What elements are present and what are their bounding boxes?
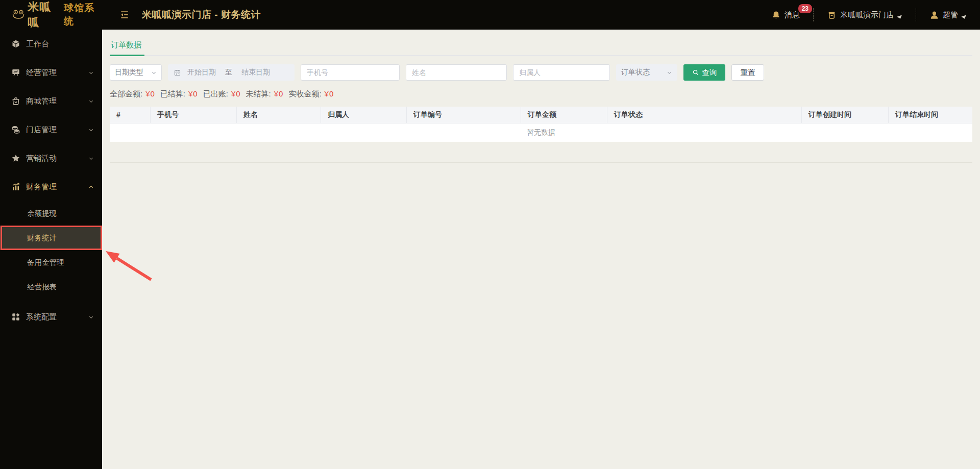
table-header-name: 姓名 [236, 107, 321, 123]
order-status-select[interactable]: 订单状态 [616, 64, 677, 81]
coins-icon [11, 125, 20, 134]
table-header-order-no: 订单编号 [406, 107, 521, 123]
table-header-row: # 手机号 姓名 归属人 订单编号 订单金额 订单状态 订单创建时间 订单结束时… [110, 107, 972, 124]
search-button[interactable]: 查询 [683, 64, 725, 81]
table-header-finished: 订单结束时间 [888, 107, 972, 123]
user-name: 超管 [943, 10, 958, 20]
date-type-select[interactable]: 日期类型 [110, 64, 162, 81]
sidebar-item-workbench[interactable]: 工作台 [0, 34, 102, 54]
caret-down-icon [961, 15, 967, 19]
chevron-down-icon [667, 70, 672, 76]
frog-logo-icon [11, 9, 26, 21]
table-empty-state: 暂无数据 [110, 124, 972, 142]
owner-input[interactable] [513, 64, 610, 81]
chevron-up-icon [88, 184, 94, 190]
topbar-divider [813, 8, 814, 21]
tab-bar: 订单数据 [110, 30, 972, 56]
star-icon [11, 154, 20, 163]
app-grid-icon [11, 312, 20, 322]
sidebar-subitem-petty-cash[interactable]: 备用金管理 [0, 250, 102, 275]
messages-badge: 23 [797, 3, 813, 14]
table-header-owner: 归属人 [321, 107, 406, 123]
workbench-icon [11, 39, 20, 48]
sidebar-item-store[interactable]: 门店管理 [0, 119, 102, 140]
date-to-label: 至 [225, 68, 232, 77]
date-end-placeholder: 结束日期 [241, 68, 270, 77]
shopping-bag-icon [11, 96, 20, 106]
table-header-amount: 订单金额 [521, 107, 607, 123]
summary-settled: 已结算:¥0 [160, 89, 198, 99]
chevron-down-icon [88, 127, 94, 133]
sidebar-subitem-balance-withdraw[interactable]: 余额提现 [0, 201, 102, 226]
brand-logo-text: 米呱呱 [28, 0, 61, 30]
caret-down-icon [897, 15, 902, 19]
date-range-picker[interactable]: 开始日期 至 结束日期 [168, 64, 295, 81]
menu-fold-icon[interactable] [119, 10, 130, 20]
sidebar-item-settings[interactable]: 系统配置 [0, 307, 102, 327]
filter-bar: 日期类型 开始日期 至 结束日期 订单状态 [110, 64, 972, 81]
page-title: 米呱呱演示门店 - 财务统计 [142, 8, 261, 21]
search-icon [692, 69, 699, 76]
summary-billed: 已出账:¥0 [203, 89, 241, 99]
store-name: 米呱呱演示门店 [840, 10, 894, 20]
reset-button[interactable]: 重置 [731, 64, 764, 81]
bar-chart-icon [11, 182, 20, 191]
chevron-down-icon [88, 98, 94, 104]
storefront-icon [827, 10, 837, 20]
tab-order-data[interactable]: 订单数据 [110, 40, 144, 56]
date-start-placeholder: 开始日期 [187, 68, 216, 77]
chevron-down-icon [88, 70, 94, 76]
table-header-phone: 手机号 [150, 107, 236, 123]
content-card: 订单数据 日期类型 开始日期 至 结束日期 订单状态 [110, 30, 972, 163]
chevron-down-icon [88, 156, 94, 161]
chevron-down-icon [88, 314, 94, 320]
chevron-down-icon [151, 70, 157, 76]
sidebar-subitem-finance-statistics[interactable]: 财务统计 [0, 226, 102, 250]
table-header-status: 订单状态 [607, 107, 801, 123]
summary-total: 全部金额:¥0 [110, 89, 155, 99]
phone-input[interactable] [301, 64, 400, 81]
sidebar-item-mall[interactable]: 商城管理 [0, 91, 102, 111]
user-menu[interactable]: 超管 [929, 10, 967, 20]
summary-received: 实收金额:¥0 [288, 89, 334, 99]
sidebar-item-business[interactable]: 经营管理 [0, 62, 102, 83]
bell-icon [771, 10, 781, 20]
name-input[interactable] [406, 64, 507, 81]
summary-bar: 全部金额:¥0 已结算:¥0 已出账:¥0 未结算:¥0 实收金额:¥0 [110, 89, 972, 99]
user-icon [929, 10, 939, 20]
table-header-created: 订单创建时间 [801, 107, 888, 123]
topbar-divider [916, 8, 916, 21]
finance-submenu: 余额提现 财务统计 备用金管理 经营报表 [0, 201, 102, 299]
calendar-icon [174, 69, 181, 77]
orders-table: # 手机号 姓名 归属人 订单编号 订单金额 订单状态 订单创建时间 订单结束时… [110, 107, 972, 142]
sidebar-subitem-business-report[interactable]: 经营报表 [0, 275, 102, 299]
chart-board-icon [11, 68, 20, 77]
app-logo: 米呱呱 球馆系统 [0, 0, 102, 30]
messages-button[interactable]: 消息 23 [771, 10, 800, 20]
store-switcher[interactable]: 米呱呱演示门店 [827, 10, 902, 20]
table-header-index: # [110, 107, 150, 123]
sidebar-item-finance[interactable]: 财务管理 [0, 177, 102, 197]
topbar-right: 消息 23 米呱呱演示门店 超管 [771, 8, 967, 21]
sidebar-item-marketing[interactable]: 营销活动 [0, 148, 102, 168]
app-name: 球馆系统 [64, 2, 102, 28]
sidebar: 工作台 经营管理 商城管理 门店管理 [0, 30, 102, 469]
summary-unsettled: 未结算:¥0 [246, 89, 284, 99]
topbar: 米呱呱 球馆系统 米呱呱演示门店 - 财务统计 消息 23 米呱呱演示门店 [0, 0, 980, 30]
main-content: 订单数据 日期类型 开始日期 至 结束日期 订单状态 [102, 30, 980, 469]
